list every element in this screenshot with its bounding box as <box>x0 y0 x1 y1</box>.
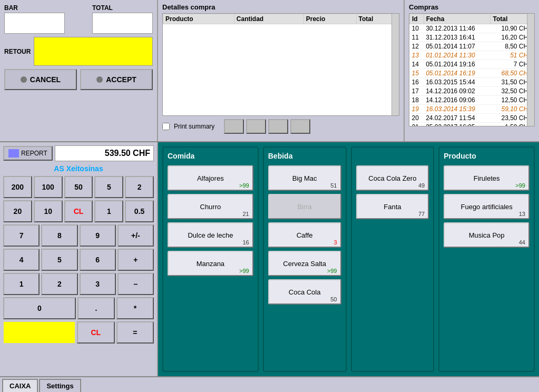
detalles-compra-panel: Detalles compra Producto Cantidad Precio… <box>158 0 405 141</box>
print-summary-checkbox[interactable] <box>162 123 170 130</box>
bebida-title: Bebida <box>268 152 341 160</box>
btn-dot[interactable]: . <box>77 297 115 319</box>
product-birra[interactable]: Birra <box>268 194 341 219</box>
compras-scrollbar[interactable] <box>527 14 534 126</box>
product-dulce-de-leche[interactable]: Dulce de leche 16 <box>168 222 253 248</box>
calc-row-num2: 4 5 6 + <box>3 249 154 271</box>
calc-row-num4: 0 . * <box>3 297 154 319</box>
bebida2-spacer <box>356 152 429 160</box>
btn-minus[interactable]: – <box>117 273 154 295</box>
btn-200[interactable]: 200 <box>3 176 32 198</box>
compras-col-id: Id <box>410 14 424 24</box>
product-big-mac[interactable]: Big Mac 51 <box>268 165 341 191</box>
btn-6[interactable]: 6 <box>80 249 116 271</box>
detalles-title: Detalles compra <box>162 3 399 11</box>
btn-2[interactable]: 2 <box>125 176 154 198</box>
bebida-col2: Coca Cola Zero 49 Fanta 77 <box>351 146 435 372</box>
bebida-column: Bebida Big Mac 51 Birra Caffe 3 <box>263 146 347 372</box>
btn-20[interactable]: 20 <box>3 200 32 222</box>
btn-2-num[interactable]: 2 <box>41 273 77 295</box>
bar-input[interactable] <box>4 13 65 34</box>
btn-3[interactable]: 3 <box>80 273 116 295</box>
btn-10[interactable]: 10 <box>34 200 63 222</box>
bar-label: BAR <box>4 4 65 12</box>
compras-table-wrapper: Id Fecha Total 1030.12.2013 11:4610,90 C… <box>409 13 535 126</box>
detalles-table: Producto Cantidad Precio Total <box>163 14 399 24</box>
tab-bar: CAIXA Settings <box>0 376 539 392</box>
action-btn-3[interactable] <box>268 119 288 134</box>
btn-50[interactable]: 50 <box>64 176 93 198</box>
btn-4[interactable]: 4 <box>3 249 40 271</box>
btn-5-num[interactable]: 5 <box>41 249 77 271</box>
product-fanta[interactable]: Fanta 77 <box>356 194 429 219</box>
detalles-table-wrapper: Producto Cantidad Precio Total <box>162 13 399 116</box>
btn-equals[interactable]: = <box>116 321 154 344</box>
product-cerveza-salta[interactable]: Cerveza Salta >99 <box>268 251 341 276</box>
btn-plusminus[interactable]: +/- <box>117 224 154 247</box>
cancel-icon <box>21 76 27 83</box>
report-button[interactable]: REPORT <box>3 146 53 161</box>
action-btn-4[interactable] <box>290 119 310 134</box>
btn-1-num[interactable]: 1 <box>3 273 40 295</box>
amount-display: 539.50 CHF <box>55 145 154 161</box>
cancel-button[interactable]: CANCEL <box>4 69 77 90</box>
btn-multiply[interactable]: * <box>116 297 154 319</box>
btn-8[interactable]: 8 <box>41 224 77 247</box>
product-alfajores[interactable]: Alfajores >99 <box>168 165 253 191</box>
calculator-panel: REPORT 539.50 CHF AS Xeitosinas 200 100 … <box>0 142 158 376</box>
brand-label: AS Xeitosinas <box>3 163 154 174</box>
product-caffe[interactable]: Caffe 3 <box>268 222 341 248</box>
btn-0-5[interactable]: 0.5 <box>125 200 154 222</box>
total-input[interactable] <box>92 13 153 34</box>
compras-panel: Compras Id Fecha Total 1030.12.2013 11:4… <box>405 0 539 141</box>
input-display <box>3 321 75 344</box>
products-area: Comida Alfajores >99 Churro 21 Dulce de … <box>158 142 539 376</box>
comida-column: Comida Alfajores >99 Churro 21 Dulce de … <box>162 146 259 372</box>
producto-column: Producto Firuletes >99 Fuego artificiale… <box>438 146 535 372</box>
calc-row-bills2: 20 10 CL 1 0.5 <box>3 200 154 222</box>
btn-7[interactable]: 7 <box>3 224 40 247</box>
calc-row-num1: 7 8 9 +/- <box>3 224 154 247</box>
tab-settings[interactable]: Settings <box>39 379 81 392</box>
btn-1[interactable]: 1 <box>94 200 123 222</box>
btn-9[interactable]: 9 <box>80 224 116 247</box>
btn-5[interactable]: 5 <box>94 176 123 198</box>
retour-label: RETOUR <box>4 48 31 55</box>
compras-title: Compras <box>409 3 535 11</box>
btn-0[interactable]: 0 <box>3 297 76 319</box>
btn-100[interactable]: 100 <box>34 176 63 198</box>
product-musica-pop[interactable]: Musica Pop 44 <box>444 222 530 248</box>
col-precio: Precio <box>303 14 356 24</box>
btn-cl-bottom[interactable]: CL <box>77 321 115 344</box>
product-coca-cola-zero[interactable]: Coca Cola Zero 49 <box>356 165 429 191</box>
retour-display <box>34 37 153 66</box>
detalles-scrollbar[interactable] <box>391 14 399 115</box>
report-icon <box>8 149 19 158</box>
calc-row-bills1: 200 100 50 5 2 <box>3 176 154 198</box>
action-btn-2[interactable] <box>246 119 266 134</box>
products-columns: Comida Alfajores >99 Churro 21 Dulce de … <box>162 146 535 372</box>
product-firuletes[interactable]: Firuletes >99 <box>444 165 530 191</box>
total-label: TOTAL <box>92 4 153 12</box>
calc-row-num3: 1 2 3 – <box>3 273 154 295</box>
product-coca-cola[interactable]: Coca Cola 50 <box>268 279 341 305</box>
product-fuego-artificiales[interactable]: Fuego artificiales 13 <box>444 194 530 219</box>
product-manzana[interactable]: Manzana >99 <box>168 251 253 276</box>
col-cantidad: Cantidad <box>234 14 303 24</box>
col-producto: Producto <box>163 14 234 24</box>
action-btn-1[interactable] <box>224 119 244 134</box>
accept-button[interactable]: ACCEPT <box>80 69 153 90</box>
btn-plus[interactable]: + <box>117 249 154 271</box>
print-summary-label: Print summary <box>174 123 214 130</box>
producto-title: Producto <box>444 152 530 160</box>
accept-icon <box>96 76 103 83</box>
compras-col-fecha: Fecha <box>424 14 491 24</box>
left-panel: BAR TOTAL RETOUR CANCEL ACCEPT <box>0 0 158 141</box>
product-churro[interactable]: Churro 21 <box>168 194 253 219</box>
comida-title: Comida <box>168 152 253 160</box>
tab-caixa[interactable]: CAIXA <box>2 379 38 392</box>
btn-cl-top[interactable]: CL <box>64 200 93 222</box>
calc-row-bottom: CL = <box>3 321 154 344</box>
compras-table: Id Fecha Total 1030.12.2013 11:4610,90 C… <box>409 14 534 126</box>
